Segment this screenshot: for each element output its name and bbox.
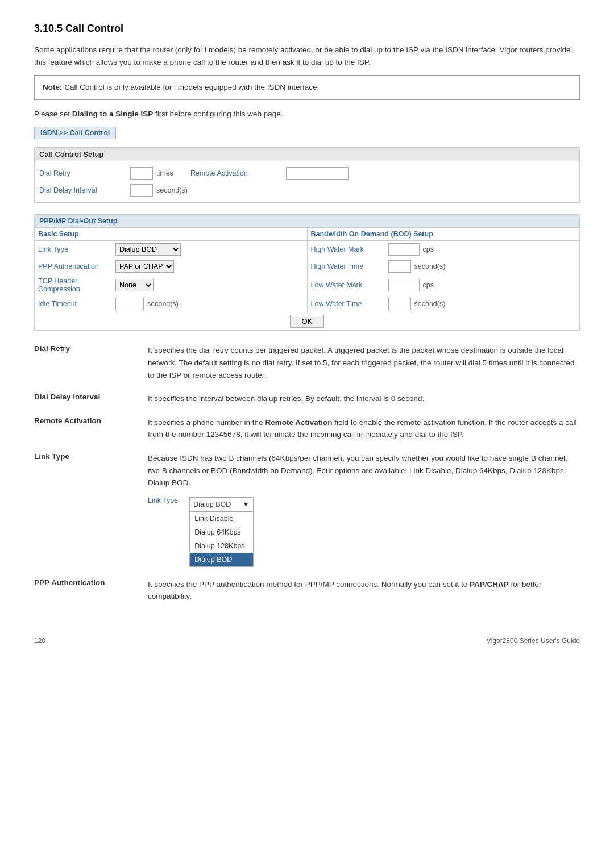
page-number: 120 [34, 637, 45, 645]
desc-remote-activation-def: It specifies a phone number in the Remot… [148, 416, 580, 441]
low-water-mark-input[interactable]: 6000 [388, 279, 420, 291]
product-name: Vigor2800 Series User's Guide [487, 637, 580, 645]
high-water-time-label: High Water Time [311, 262, 385, 270]
idle-timeout-unit: second(s) [147, 300, 179, 308]
note-label: Note: [43, 83, 63, 91]
ppp-auth-select[interactable]: PAP or CHAP PAP CHAP [115, 260, 174, 273]
dial-delay-row: Dial Delay Interval 0 second(s) [39, 182, 575, 199]
footer: 120 Vigor2800 Series User's Guide [34, 637, 580, 645]
desc-remote-activation-term: Remote Activation [34, 416, 148, 425]
note-text: Call Control is only available for i mod… [64, 83, 319, 91]
desc-remote-activation: Remote Activation It specifies a phone n… [34, 416, 580, 441]
ppp-setup-table: Basic Setup Bandwidth On Demand (BOD) Se… [35, 228, 579, 330]
dropdown-list: Link Disable Dialup 64Kbps Dialup 128Kbp… [190, 512, 252, 566]
tcp-header-label: TCP Header Compression [38, 277, 112, 293]
desc-link-type-term: Link Type [34, 452, 148, 461]
low-water-mark-unit: cps [423, 281, 434, 289]
high-water-time-input[interactable]: 30 [388, 260, 411, 273]
remote-activation-label: Remote Activation [190, 169, 281, 177]
dropdown-arrow-icon: ▼ [242, 499, 249, 510]
dial-delay-unit: second(s) [156, 186, 188, 194]
ppp-setup-container: PPP/MP Dial-Out Setup Basic Setup Bandwi… [34, 214, 580, 331]
prereq-text: Please set Dialing to a Single ISP first… [34, 108, 580, 120]
desc-dial-retry-term: Dial Retry [34, 344, 148, 353]
dropdown-option-dialup-bod: Dialup BOD [190, 553, 252, 566]
high-water-time-unit: second(s) [414, 262, 446, 270]
link-type-select[interactable]: Dialup BOD Link Disable Dialup 64Kbps Di… [115, 243, 181, 256]
desc-dial-retry: Dial Retry It specifies the dial retry c… [34, 344, 580, 381]
dial-delay-label: Dial Delay Interval [39, 186, 130, 194]
call-control-header: Call Control Setup [35, 148, 579, 161]
note-box: Note: Call Control is only available for… [34, 75, 580, 100]
desc-link-type-def: Because ISDN has two B channels (64Kbps/… [148, 452, 580, 567]
ppp-auth-label: PPP Authentication [38, 262, 112, 270]
idle-timeout-input[interactable]: 180 [115, 298, 144, 310]
high-water-mark-input[interactable]: 7000 [388, 243, 420, 256]
breadcrumb: ISDN >> Call Control [34, 127, 116, 139]
dial-delay-value-group: 0 second(s) [130, 184, 188, 197]
desc-ppp-auth-term: PPP Authentication [34, 578, 148, 587]
dial-retry-label: Dial Retry [39, 169, 130, 177]
link-type-label: Link Type [38, 245, 112, 253]
desc-dial-delay: Dial Delay Interval It specifies the int… [34, 393, 580, 405]
low-water-time-input[interactable]: 30 [388, 298, 411, 310]
dial-retry-input[interactable]: 0 [130, 167, 153, 180]
desc-dial-delay-term: Dial Delay Interval [34, 393, 148, 401]
link-type-illustration-row: Link Type Dialup BOD ▼ Link Disable Dial… [148, 493, 580, 567]
bod-setup-header: Bandwidth On Demand (BOD) Setup [307, 228, 579, 241]
desc-ppp-auth-def: It specifies the PPP authentication meth… [148, 578, 580, 603]
ok-button[interactable]: OK [290, 315, 325, 328]
remote-activation-input[interactable] [286, 167, 349, 180]
idle-timeout-label: Idle Timeout [38, 300, 112, 308]
desc-link-type: Link Type Because ISDN has two B channel… [34, 452, 580, 567]
high-water-mark-unit: cps [423, 245, 434, 253]
tcp-header-select[interactable]: None TCP/IP [115, 279, 154, 291]
dial-retry-value-group: 0 times [130, 167, 173, 180]
desc-dial-delay-def: It specifies the interval between dialup… [148, 393, 580, 405]
dial-retry-unit: times [156, 169, 173, 177]
basic-setup-header: Basic Setup [35, 228, 307, 241]
dropdown-option-dialup-64: Dialup 64Kbps [190, 525, 252, 539]
remote-activation-group: Remote Activation [173, 167, 575, 180]
low-water-time-label: Low Water Time [311, 300, 385, 308]
desc-dial-retry-def: It specifies the dial retry counts per t… [148, 344, 580, 381]
dial-retry-row: Dial Retry 0 times Remote Activation [39, 165, 575, 182]
dropdown-top: Dialup BOD ▼ [190, 498, 252, 512]
low-water-time-unit: second(s) [414, 300, 446, 308]
high-water-mark-label: High Water Mark [311, 245, 385, 253]
dial-delay-input[interactable]: 0 [130, 184, 153, 197]
call-control-body: Dial Retry 0 times Remote Activation Dia… [35, 161, 579, 202]
ppp-setup-header: PPP/MP Dial-Out Setup [35, 215, 579, 228]
desc-ppp-auth: PPP Authentication It specifies the PPP … [34, 578, 580, 603]
link-type-illus-label: Link Type [148, 493, 178, 506]
intro-text: Some applications require that the route… [34, 44, 580, 68]
call-control-setup-container: Call Control Setup Dial Retry 0 times Re… [34, 147, 580, 203]
page-title: 3.10.5 Call Control [34, 23, 580, 35]
dropdown-selected-text: Dialup BOD [193, 499, 231, 510]
descriptions-section: Dial Retry It specifies the dial retry c… [34, 344, 580, 603]
dropdown-option-link-disable: Link Disable [190, 512, 252, 525]
dropdown-option-dialup-128: Dialup 128Kbps [190, 539, 252, 553]
low-water-mark-label: Low Water Mark [311, 281, 385, 289]
link-type-dropdown-illustration: Dialup BOD ▼ Link Disable Dialup 64Kbps … [189, 497, 253, 567]
